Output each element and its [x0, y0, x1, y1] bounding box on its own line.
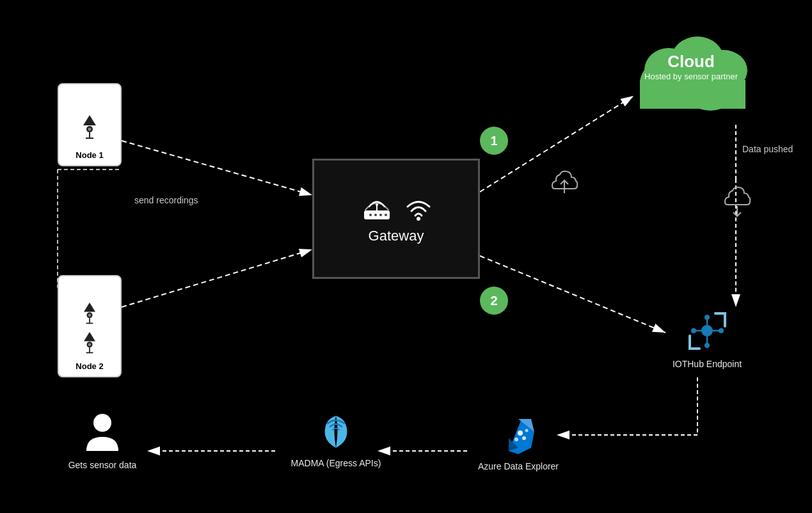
svg-point-61 — [525, 429, 529, 432]
gateway-label: Gateway — [369, 228, 424, 244]
svg-line-2 — [122, 141, 312, 195]
person-box: Gets sensor data — [64, 413, 141, 470]
upload-cloud-icon — [547, 166, 582, 204]
badge-2-number: 2 — [490, 294, 497, 308]
svg-point-60 — [514, 438, 518, 441]
madma-label: MADMA (Egress APIs) — [291, 458, 381, 468]
svg-point-33 — [379, 214, 382, 216]
download-cloud-icon — [720, 185, 755, 223]
node2-icon-bottom — [78, 331, 101, 359]
cloud-container: Cloud Hosted by sensor partner — [621, 19, 761, 124]
svg-marker-15 — [83, 115, 96, 125]
gateway-icons — [358, 194, 434, 223]
svg-point-46 — [701, 325, 713, 336]
data-pushed-label: Data pushed — [742, 144, 793, 154]
svg-point-50 — [705, 343, 710, 348]
svg-point-54 — [719, 328, 724, 333]
svg-point-34 — [385, 214, 387, 216]
router-icon — [358, 194, 396, 223]
azure-explorer-label: Azure Data Explorer — [478, 461, 559, 471]
madma-icon — [314, 409, 358, 454]
svg-point-22 — [88, 314, 92, 317]
svg-point-31 — [369, 214, 372, 216]
svg-point-62 — [93, 414, 111, 432]
svg-point-52 — [691, 328, 696, 333]
person-icon — [83, 413, 122, 456]
azure-explorer-icon — [496, 413, 541, 457]
svg-point-32 — [374, 214, 377, 216]
svg-point-36 — [376, 203, 378, 206]
node2-box: Node 2 — [58, 275, 122, 377]
node2-label: Node 2 — [76, 361, 103, 371]
diagram: Node 1 — [0, 0, 812, 513]
iothub-box: IOTHub Endpoint — [665, 307, 749, 369]
send-recordings-label: send recordings — [134, 195, 198, 205]
gateway-box: Gateway — [312, 159, 480, 279]
node1-box: Node 1 — [58, 83, 122, 166]
madma-box: MADMA (Egress APIs) — [282, 409, 390, 468]
cloud-svg — [621, 19, 761, 122]
iothub-icon — [683, 307, 731, 355]
svg-point-48 — [705, 315, 710, 320]
wifi-icon — [402, 194, 434, 223]
node1-label: Node 1 — [76, 150, 103, 160]
svg-line-3 — [122, 249, 312, 307]
svg-rect-43 — [640, 80, 745, 109]
svg-point-58 — [518, 430, 523, 436]
svg-line-8 — [480, 256, 665, 333]
iothub-label: IOTHub Endpoint — [673, 359, 742, 369]
node1-icon — [77, 114, 102, 148]
gets-sensor-data-label: Gets sensor data — [68, 460, 137, 470]
svg-point-59 — [522, 436, 526, 440]
svg-point-27 — [88, 343, 92, 347]
svg-marker-20 — [84, 303, 95, 312]
azure-data-explorer-box: Azure Data Explorer — [474, 413, 563, 471]
badge-1: 1 — [480, 127, 508, 155]
svg-point-17 — [88, 128, 92, 131]
badge-2: 2 — [480, 287, 508, 315]
svg-point-37 — [417, 217, 420, 221]
svg-marker-25 — [84, 332, 95, 341]
badge-1-number: 1 — [490, 134, 497, 148]
node2-icon-top — [78, 301, 101, 329]
